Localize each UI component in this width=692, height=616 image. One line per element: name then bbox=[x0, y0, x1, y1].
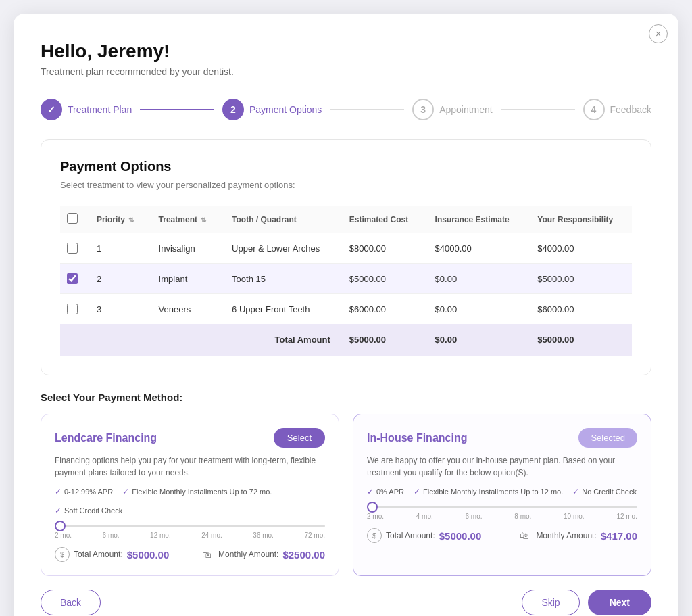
table-row: 1 Invisalign Upper & Lower Arches $8000.… bbox=[60, 233, 632, 264]
row-priority-2: 3 bbox=[87, 294, 149, 324]
row-tooth-0: Upper & Lower Arches bbox=[222, 233, 340, 264]
inhouse-feature-apr: ✓ 0% APR bbox=[367, 487, 404, 496]
lendcare-monthly-label: Monthly Amount: bbox=[218, 550, 278, 559]
lendcare-card-header: Lendcare Financing Select bbox=[55, 428, 325, 448]
step-4-label: Feedback bbox=[610, 104, 651, 115]
row-tooth-1: Tooth 15 bbox=[222, 264, 340, 294]
inhouse-slider-thumb[interactable] bbox=[367, 502, 378, 513]
card-subtitle: Select treatment to view your personaliz… bbox=[60, 180, 632, 190]
inhouse-bag-icon: 🛍 bbox=[517, 528, 532, 543]
row-checkbox-0[interactable] bbox=[67, 243, 78, 254]
row-responsibility-2: $6000.00 bbox=[528, 294, 632, 324]
total-responsibility: $5000.00 bbox=[528, 324, 632, 356]
next-button[interactable]: Next bbox=[588, 590, 651, 615]
stepper: ✓ Treatment Plan 2 Payment Options 3 App… bbox=[41, 99, 651, 120]
row-treatment-0: Invisalign bbox=[149, 233, 222, 264]
lendcare-slider-track bbox=[55, 525, 325, 527]
payment-cards-container: Lendcare Financing Select Financing opti… bbox=[41, 414, 651, 576]
inhouse-slider-container: 2 mo. 4 mo. 6 mo. 8 mo. 10 mo. 12 mo. bbox=[367, 506, 637, 520]
table-row: 3 Veneers 6 Upper Front Teeth $6000.00 $… bbox=[60, 294, 632, 324]
back-button[interactable]: Back bbox=[41, 590, 101, 615]
step-4-circle: 4 bbox=[583, 99, 605, 120]
inhouse-card: In-House Financing Selected We are happy… bbox=[353, 414, 651, 576]
inhouse-title: In-House Financing bbox=[367, 432, 467, 444]
col-tooth: Tooth / Quadrant bbox=[222, 206, 340, 233]
check-icon-4: ✓ bbox=[367, 487, 374, 496]
row-insurance-2: $0.00 bbox=[426, 294, 528, 324]
inhouse-label-1: 2 mo. bbox=[367, 513, 384, 520]
inhouse-monthly-value: $417.00 bbox=[601, 530, 637, 542]
card-title: Payment Options bbox=[60, 159, 632, 174]
inhouse-features: ✓ 0% APR ✓ Flexible Monthly Installments… bbox=[367, 487, 637, 496]
check-icon-3: ✓ bbox=[55, 506, 61, 515]
row-checkbox-cell-2[interactable] bbox=[60, 294, 87, 324]
inhouse-feature-installments: ✓ Flexible Monthly Installments Up to 12… bbox=[414, 487, 563, 496]
lendcare-slider-container: 2 mo. 6 mo. 12 mo. 24 mo. 36 mo. 72 mo. bbox=[55, 525, 325, 539]
lendcare-feature-apr: ✓ 0-12.99% APR bbox=[55, 487, 113, 496]
select-all-checkbox[interactable] bbox=[67, 213, 78, 224]
inhouse-selected-badge: Selected bbox=[578, 428, 637, 448]
lendcare-slider-thumb[interactable] bbox=[55, 521, 66, 531]
step-line-1-2 bbox=[140, 109, 214, 110]
row-cost-0: $8000.00 bbox=[340, 233, 426, 264]
step-3-circle: 3 bbox=[412, 99, 434, 120]
total-insurance: $0.00 bbox=[426, 324, 528, 356]
row-cost-2: $6000.00 bbox=[340, 294, 426, 324]
inhouse-total-label: Total Amount: bbox=[386, 531, 435, 540]
inhouse-total-amount-item: $ Total Amount: $5000.00 bbox=[367, 528, 481, 543]
col-treatment: Treatment ⇅ bbox=[149, 206, 222, 233]
inhouse-slider-labels: 2 mo. 4 mo. 6 mo. 8 mo. 10 mo. 12 mo. bbox=[367, 513, 637, 520]
greeting-heading: Hello, Jeremy! bbox=[41, 41, 651, 62]
total-label-cell bbox=[60, 324, 222, 356]
inhouse-amount-row: $ Total Amount: $5000.00 🛍 Monthly Amoun… bbox=[367, 528, 637, 543]
priority-sort-icon: ⇅ bbox=[128, 216, 134, 224]
row-priority-1: 2 bbox=[87, 264, 149, 294]
lendcare-select-button[interactable]: Select bbox=[274, 428, 325, 448]
lendcare-title: Lendcare Financing bbox=[55, 432, 157, 444]
lendcare-monthly-value: $2500.00 bbox=[282, 549, 325, 561]
total-label: Total Amount bbox=[222, 324, 340, 356]
lendcare-total-label: Total Amount: bbox=[74, 550, 123, 559]
footer-right-buttons: Skip Next bbox=[522, 590, 651, 615]
step-line-2-3 bbox=[330, 109, 404, 110]
inhouse-monthly-label: Monthly Amount: bbox=[536, 531, 596, 540]
main-modal: × Hello, Jeremy! Treatment plan recommen… bbox=[14, 14, 678, 616]
step-1-circle: ✓ bbox=[41, 99, 62, 120]
step-2: 2 Payment Options bbox=[222, 99, 322, 120]
col-insurance: Insurance Estimate bbox=[426, 206, 528, 233]
step-1-label: Treatment Plan bbox=[68, 104, 132, 115]
col-responsibility: Your Responsibility bbox=[528, 206, 632, 233]
col-checkbox bbox=[60, 206, 87, 233]
step-3-label: Appointment bbox=[439, 104, 493, 115]
row-checkbox-2[interactable] bbox=[67, 304, 78, 314]
inhouse-label-3: 6 mo. bbox=[466, 513, 483, 520]
inhouse-label-4: 8 mo. bbox=[514, 513, 531, 520]
lendcare-card: Lendcare Financing Select Financing opti… bbox=[41, 414, 339, 576]
inhouse-label-6: 12 mo. bbox=[616, 513, 637, 520]
subtitle-text: Treatment plan recommended by your denti… bbox=[41, 66, 651, 77]
step-3: 3 Appointment bbox=[412, 99, 493, 120]
inhouse-slider-track bbox=[367, 506, 637, 508]
step-4: 4 Feedback bbox=[583, 99, 651, 120]
row-checkbox-cell-1[interactable] bbox=[60, 264, 87, 294]
row-responsibility-0: $4000.00 bbox=[528, 233, 632, 264]
inhouse-feature-credit: ✓ No Credit Check bbox=[572, 487, 637, 496]
inhouse-description: We are happy to offer you our in-house p… bbox=[367, 454, 637, 479]
row-checkbox-1[interactable] bbox=[67, 273, 78, 284]
lendcare-description: Financing options help you pay for your … bbox=[55, 454, 325, 479]
row-priority-0: 1 bbox=[87, 233, 149, 264]
total-estimated: $5000.00 bbox=[340, 324, 426, 356]
skip-button[interactable]: Skip bbox=[522, 590, 579, 615]
inhouse-dollar-icon: $ bbox=[367, 528, 382, 543]
lendcare-label-2: 6 mo. bbox=[103, 531, 120, 539]
check-icon-6: ✓ bbox=[572, 487, 579, 496]
content-card: Payment Options Select treatment to view… bbox=[41, 139, 651, 375]
row-checkbox-cell-0[interactable] bbox=[60, 233, 87, 264]
step-1: ✓ Treatment Plan bbox=[41, 99, 132, 120]
payment-section-title: Select Your Payment Method: bbox=[41, 392, 651, 403]
close-button[interactable]: × bbox=[649, 24, 668, 43]
step-2-circle: 2 bbox=[222, 99, 244, 120]
lendcare-label-6: 72 mo. bbox=[304, 531, 325, 539]
lendcare-label-5: 36 mo. bbox=[253, 531, 274, 539]
row-insurance-0: $4000.00 bbox=[426, 233, 528, 264]
